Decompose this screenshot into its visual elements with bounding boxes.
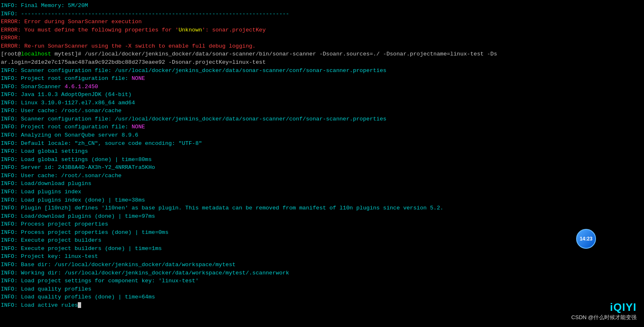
terminal-line: INFO: SonarScanner 4.6.1.2450 <box>0 83 644 91</box>
terminal-line: INFO: User cache: /root/.sonar/cache <box>0 107 644 115</box>
terminal-line: INFO: Scanner configuration file: /usr/l… <box>0 115 644 123</box>
terminal-line: INFO: Execute project builders (done) | … <box>0 245 644 253</box>
terminal-line: INFO: Project root configuration file: N… <box>0 75 644 83</box>
terminal-line: INFO: Load/download plugins <box>0 180 644 188</box>
terminal-line: ERROR: Re-run SonarScanner using the -X … <box>0 42 644 50</box>
terminal-line: INFO: Project root configuration file: N… <box>0 123 644 131</box>
terminal-line: INFO: Load/download plugins (done) | tim… <box>0 212 644 221</box>
terminal-line: INFO: Load global settings <box>0 147 644 156</box>
terminal-line: INFO: Load active rules <box>0 301 644 310</box>
floating-badge: 14:23 <box>576 229 596 249</box>
terminal-line: INFO: Working dir: /usr/local/docker/jen… <box>0 269 644 277</box>
cursor <box>78 302 81 308</box>
terminal-line: INFO: Process project properties <box>0 220 644 228</box>
terminal-line: INFO: Scanner configuration file: /usr/l… <box>0 67 644 75</box>
terminal-line: INFO: Server id: 243B8A4D-AX3h-Y2_4NRRAT… <box>0 164 644 172</box>
terminal-line: INFO: Final Memory: 5M/20M <box>0 2 644 10</box>
terminal-line: INFO: Linux 3.10.0-1127.el7.x86_64 amd64 <box>0 99 644 107</box>
terminal-line: INFO: Load quality profiles <box>0 285 644 293</box>
terminal-line: INFO: Process project properties (done) … <box>0 228 644 237</box>
terminal-line: INFO: Base dir: /usr/local/docker/jenkin… <box>0 261 644 269</box>
terminal-line: INFO: Execute project builders <box>0 236 644 245</box>
terminal-line: INFO: Load plugins index (done) | time=3… <box>0 196 644 204</box>
terminal-line: ERROR: Error during SonarScanner executi… <box>0 18 644 26</box>
terminal-window: INFO: Final Memory: 5M/20MINFO: --------… <box>0 0 644 327</box>
badge-text: 14:23 <box>580 236 593 242</box>
terminal-line: ar.login=2d1e2e7c175aac487aa9c922bdbc88d… <box>0 58 644 67</box>
terminal-line: INFO: Load global settings (done) | time… <box>0 156 644 164</box>
terminal-line: INFO: Default locale: "zh_CN", source co… <box>0 139 644 148</box>
terminal-line: ERROR: You must define the following pro… <box>0 26 644 34</box>
terminal-line: INFO: Plugin [l10nzh] defines 'l10nen' a… <box>0 204 644 212</box>
terminal-line: INFO: ----------------------------------… <box>0 10 644 18</box>
terminal-line: [root@localhost mytest]# /usr/local/dock… <box>0 50 644 58</box>
terminal-line: INFO: Load plugins index <box>0 188 644 196</box>
terminal-line: ERROR: <box>0 34 644 42</box>
terminal-line: INFO: Project key: linux-test <box>0 252 644 261</box>
csdn-text: CSDN @什么时候才能变强 <box>571 314 637 321</box>
watermark: iQIYI CSDN @什么时候才能变强 <box>571 301 637 321</box>
terminal-line: INFO: User cache: /root/.sonar/cache <box>0 172 644 180</box>
terminal-line: INFO: Java 11.0.3 AdoptOpenJDK (64-bit) <box>0 91 644 99</box>
iqiyi-logo: iQIYI <box>571 301 637 314</box>
terminal-line: INFO: Analyzing on SonarQube server 8.9.… <box>0 131 644 139</box>
terminal-line: INFO: Load project settings for componen… <box>0 277 644 285</box>
terminal-line: INFO: Load quality profiles (done) | tim… <box>0 293 644 301</box>
